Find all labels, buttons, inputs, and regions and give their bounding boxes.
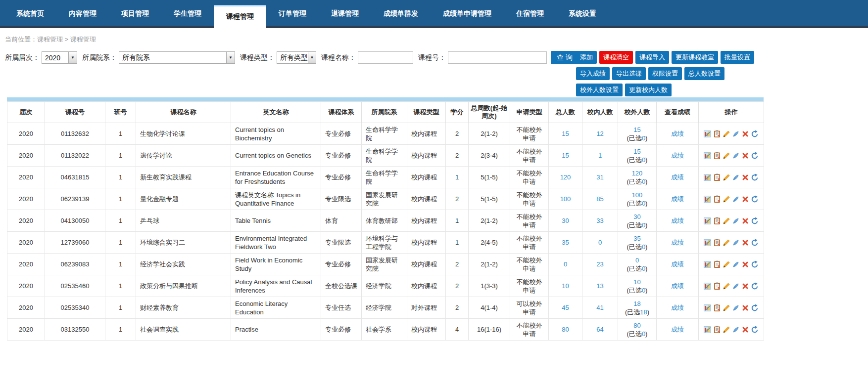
statistics-icon[interactable] xyxy=(704,130,712,138)
delete-icon[interactable] xyxy=(741,239,749,247)
external-count-link[interactable]: 35 xyxy=(633,235,640,242)
internal-count-link[interactable]: 12 xyxy=(596,130,603,137)
pen-icon[interactable] xyxy=(732,173,740,181)
external-count-link[interactable]: 80 xyxy=(633,322,640,329)
import-scores-button[interactable]: 导入成绩 xyxy=(576,67,610,80)
external-count-link[interactable]: 0 xyxy=(635,257,639,264)
permission-settings-button[interactable]: 权限设置 xyxy=(648,67,682,80)
score-link[interactable]: 成绩 xyxy=(671,130,684,137)
total-count-link[interactable]: 30 xyxy=(562,217,569,224)
selected-count-link[interactable]: 0 xyxy=(642,156,645,164)
import-courses-button[interactable]: 课程导入 xyxy=(635,51,669,64)
delete-icon[interactable] xyxy=(741,326,749,334)
internal-count-link[interactable]: 23 xyxy=(596,260,603,268)
edit-icon[interactable] xyxy=(723,130,730,138)
internal-count-link[interactable]: 13 xyxy=(596,282,603,290)
department-select[interactable]: 所有院系 ▼ xyxy=(119,51,235,64)
selected-count-link[interactable]: 0 xyxy=(642,134,645,142)
edit-icon[interactable] xyxy=(723,239,730,247)
refresh-icon[interactable] xyxy=(751,173,759,181)
selected-count-link[interactable]: 0 xyxy=(642,243,645,251)
statistics-icon[interactable] xyxy=(704,260,712,268)
pen-icon[interactable] xyxy=(732,217,740,225)
delete-icon[interactable] xyxy=(741,130,749,138)
total-count-link[interactable]: 45 xyxy=(562,304,569,311)
total-count-link[interactable]: 120 xyxy=(560,173,571,181)
export-selection-button[interactable]: 导出选课 xyxy=(612,67,646,80)
score-link[interactable]: 成绩 xyxy=(671,260,684,268)
batch-settings-button[interactable]: 批量设置 xyxy=(721,51,754,64)
edit-icon[interactable] xyxy=(723,152,730,160)
refresh-icon[interactable] xyxy=(751,304,759,312)
nav-tab-order[interactable]: 订单管理 xyxy=(266,0,319,26)
update-classrooms-button[interactable]: 更新课程教室 xyxy=(672,51,718,64)
report-icon[interactable] xyxy=(713,304,721,312)
statistics-icon[interactable] xyxy=(704,195,712,203)
internal-count-link[interactable]: 31 xyxy=(596,173,603,181)
chevron-down-icon[interactable]: ▼ xyxy=(226,52,235,63)
nav-tab-settings[interactable]: 系统设置 xyxy=(556,0,609,26)
score-link[interactable]: 成绩 xyxy=(671,217,684,224)
refresh-icon[interactable] xyxy=(751,195,759,203)
course-no-input[interactable] xyxy=(448,51,547,64)
internal-count-link[interactable]: 0 xyxy=(598,239,602,246)
external-count-link[interactable]: 100 xyxy=(632,191,643,199)
external-capacity-button[interactable]: 校外人数设置 xyxy=(576,84,623,96)
delete-icon[interactable] xyxy=(741,217,749,225)
external-count-link[interactable]: 15 xyxy=(633,148,640,155)
pen-icon[interactable] xyxy=(732,130,740,138)
refresh-icon[interactable] xyxy=(751,260,759,268)
nav-tab-student[interactable]: 学生管理 xyxy=(161,0,214,26)
nav-tab-transcript-send[interactable]: 成绩单群发 xyxy=(371,0,431,26)
selected-count-link[interactable]: 0 xyxy=(642,265,645,272)
score-link[interactable]: 成绩 xyxy=(671,304,684,311)
refresh-icon[interactable] xyxy=(751,326,759,334)
total-count-link[interactable]: 0 xyxy=(564,260,567,268)
chevron-down-icon[interactable]: ▼ xyxy=(68,52,77,63)
internal-count-link[interactable]: 41 xyxy=(596,304,603,311)
refresh-icon[interactable] xyxy=(751,282,759,290)
edit-icon[interactable] xyxy=(723,195,730,203)
report-icon[interactable] xyxy=(713,195,721,203)
update-internal-count-button[interactable]: 更新校内人数 xyxy=(625,84,672,96)
report-icon[interactable] xyxy=(713,239,721,247)
pen-icon[interactable] xyxy=(732,326,740,334)
edit-icon[interactable] xyxy=(723,282,730,290)
score-link[interactable]: 成绩 xyxy=(671,152,684,159)
add-button[interactable]: 添加 xyxy=(576,51,597,64)
total-count-link[interactable]: 80 xyxy=(562,326,569,333)
internal-count-link[interactable]: 64 xyxy=(596,326,603,333)
edit-icon[interactable] xyxy=(723,173,730,181)
clear-courses-button[interactable]: 课程清空 xyxy=(599,51,633,64)
nav-tab-transcript-apply[interactable]: 成绩单申请管理 xyxy=(431,0,504,26)
statistics-icon[interactable] xyxy=(704,152,712,160)
total-capacity-button[interactable]: 总人数设置 xyxy=(684,67,724,80)
course-type-select[interactable]: 所有类型 ▼ xyxy=(277,51,316,64)
refresh-icon[interactable] xyxy=(751,217,759,225)
internal-count-link[interactable]: 85 xyxy=(596,195,603,203)
pen-icon[interactable] xyxy=(732,282,740,290)
edit-icon[interactable] xyxy=(723,304,730,312)
delete-icon[interactable] xyxy=(741,304,749,312)
statistics-icon[interactable] xyxy=(704,326,712,334)
selected-count-link[interactable]: 0 xyxy=(642,178,645,185)
internal-count-link[interactable]: 33 xyxy=(596,217,603,224)
report-icon[interactable] xyxy=(713,217,721,225)
selected-count-link[interactable]: 0 xyxy=(642,200,645,207)
statistics-icon[interactable] xyxy=(704,304,712,312)
edit-icon[interactable] xyxy=(723,326,730,334)
delete-icon[interactable] xyxy=(741,282,749,290)
statistics-icon[interactable] xyxy=(704,173,712,181)
report-icon[interactable] xyxy=(713,130,721,138)
report-icon[interactable] xyxy=(713,260,721,268)
selected-count-link[interactable]: 0 xyxy=(642,287,645,294)
delete-icon[interactable] xyxy=(741,173,749,181)
total-count-link[interactable]: 10 xyxy=(562,282,569,290)
delete-icon[interactable] xyxy=(741,260,749,268)
selected-count-link[interactable]: 0 xyxy=(642,330,645,338)
statistics-icon[interactable] xyxy=(704,217,712,225)
pen-icon[interactable] xyxy=(732,260,740,268)
statistics-icon[interactable] xyxy=(704,239,712,247)
report-icon[interactable] xyxy=(713,326,721,334)
pen-icon[interactable] xyxy=(732,152,740,160)
